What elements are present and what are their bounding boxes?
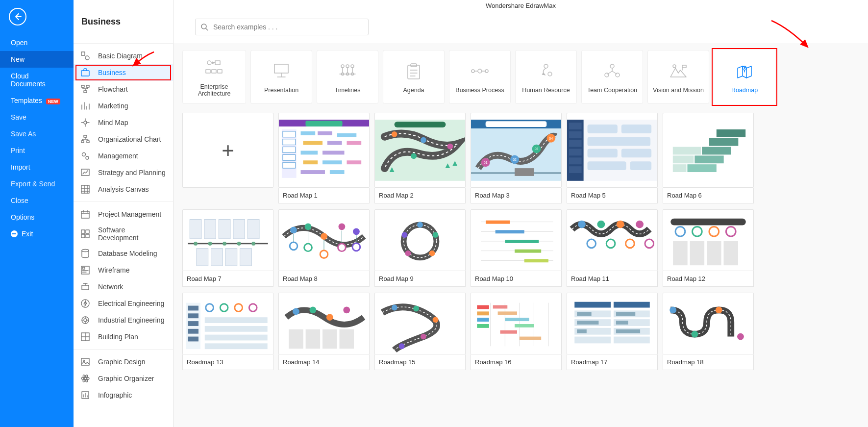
category-mind-map[interactable]: Mind Map [74, 114, 173, 131]
template-card[interactable]: Road Map 9 [374, 209, 466, 287]
svg-rect-117 [717, 129, 745, 137]
template-card[interactable]: Road Map 12 [663, 209, 754, 287]
tile-team-cooperation[interactable]: Team Cooperation [581, 50, 643, 104]
svg-point-50 [471, 70, 474, 73]
svg-rect-189 [188, 329, 198, 334]
svg-text:03: 03 [535, 148, 539, 151]
category-marketing[interactable]: Marketing [74, 98, 173, 114]
svg-rect-227 [614, 302, 650, 308]
template-thumbnail [182, 293, 273, 354]
category-business[interactable]: Business [74, 64, 173, 81]
category-electrical-engineering[interactable]: Electrical Engineering [74, 295, 173, 312]
svg-rect-126 [190, 220, 201, 239]
db-icon [80, 249, 90, 258]
template-card[interactable]: Roadmap 18 [663, 293, 754, 370]
template-card[interactable]: Roadmap 15 [374, 293, 466, 370]
template-card[interactable]: 01020304Road Map 3 [471, 113, 562, 203]
tile-vision-and-mission[interactable]: Vision and Mission [647, 50, 709, 104]
tile-presentation[interactable]: Presentation [250, 50, 312, 104]
category-software-development[interactable]: Software Development [74, 223, 173, 245]
nav-item-close[interactable]: Close [0, 192, 74, 209]
category-building-plan[interactable]: Building Plan [74, 328, 173, 345]
tile-label: Human Resource [522, 87, 570, 94]
template-card[interactable]: Roadmap 14 [278, 293, 370, 370]
category-database-modeling[interactable]: Database Modeling [74, 245, 173, 262]
template-title: Road Map 9 [374, 271, 466, 287]
svg-rect-207 [339, 329, 354, 349]
template-card[interactable]: Road Map 1 [278, 113, 370, 203]
template-card[interactable]: Road Map 5 [567, 113, 658, 203]
tile-human-resource[interactable]: Human Resource [515, 50, 577, 104]
template-card[interactable]: Roadmap 17 [567, 293, 658, 370]
nav-item-templates[interactable]: TemplatesNEW [0, 92, 74, 109]
category-management[interactable]: Management [74, 148, 173, 164]
template-title: Roadmap 14 [278, 354, 370, 370]
back-button[interactable] [9, 8, 26, 25]
nav-item-exit[interactable]: Exit [0, 226, 74, 242]
nav-item-print[interactable]: Print [0, 142, 74, 159]
category-flowchart[interactable]: Flowchart [74, 81, 173, 98]
template-card[interactable]: Road Map 2 [374, 113, 466, 203]
category-wireframe[interactable]: Wireframe [74, 262, 173, 278]
category-infographic[interactable]: Infographic [74, 387, 173, 403]
template-card[interactable]: Roadmap 13 [182, 293, 273, 370]
category-sidebar: Business Basic DiagramBusinessFlowchartM… [74, 0, 174, 427]
template-card[interactable]: Road Map 11 [567, 209, 658, 287]
svg-rect-71 [318, 131, 332, 135]
template-title: Road Map 6 [663, 188, 754, 203]
svg-rect-133 [225, 249, 237, 266]
template-title: Road Map 10 [471, 271, 562, 287]
svg-point-139 [251, 242, 255, 246]
category-graphic-design[interactable]: Graphic Design [74, 353, 173, 370]
category-graphic-organizer[interactable]: Graphic Organizer [74, 370, 173, 387]
template-thumbnail [567, 293, 658, 354]
template-thumbnail [567, 113, 658, 188]
category-project-management[interactable]: Project Management [74, 206, 173, 223]
tile-agenda[interactable]: Agenda [383, 50, 445, 104]
search-input-wrapper[interactable] [195, 19, 369, 35]
template-card[interactable]: Road Map 7 [182, 209, 273, 287]
svg-rect-220 [498, 311, 517, 315]
svg-rect-72 [337, 133, 357, 137]
template-card[interactable]: Road Map 6 [663, 113, 754, 203]
category-label: Organizational Chart [98, 135, 161, 143]
svg-point-178 [709, 226, 719, 236]
nav-item-save[interactable]: Save [0, 109, 74, 126]
svg-point-1 [85, 56, 89, 60]
nav-item-open[interactable]: Open [0, 34, 74, 51]
tile-enterprise-architecture[interactable]: Enterprise Architecture [182, 50, 246, 104]
template-thumbnail [471, 209, 562, 271]
nav-item-options[interactable]: Options [0, 209, 74, 226]
template-thumbnail [471, 293, 562, 354]
search-input[interactable] [213, 23, 363, 31]
svg-point-60 [744, 68, 745, 69]
nav-item-export-&-send[interactable]: Export & Send [0, 176, 74, 192]
svg-rect-214 [471, 293, 561, 354]
tile-roadmap[interactable]: Roadmap [714, 50, 775, 104]
svg-rect-16 [86, 230, 89, 233]
tile-business-process[interactable]: Business Process [449, 50, 511, 104]
category-strategy-and-planning[interactable]: Strategy and Planning [74, 164, 173, 181]
svg-text:01: 01 [484, 161, 488, 164]
template-card[interactable]: Road Map 8 [278, 209, 370, 287]
tile-timelines[interactable]: Timelines [317, 50, 378, 104]
svg-point-58 [673, 65, 676, 68]
template-card[interactable]: Road Map 10 [471, 209, 562, 287]
template-card[interactable]: Roadmap 16 [471, 293, 562, 370]
nav-item-save-as[interactable]: Save As [0, 126, 74, 142]
template-blank[interactable]: + [182, 113, 273, 203]
arrow-left-icon [14, 13, 22, 21]
template-grid: +Road Map 1Road Map 201020304Road Map 3R… [182, 113, 859, 370]
category-basic-diagram[interactable]: Basic Diagram [74, 48, 173, 64]
nav-item-new[interactable]: New [0, 51, 74, 68]
svg-rect-70 [301, 131, 316, 135]
nav-item-cloud-documents[interactable]: Cloud Documents [0, 68, 74, 92]
nav-item-import[interactable]: Import [0, 159, 74, 176]
svg-rect-134 [240, 249, 252, 266]
category-industrial-engineering[interactable]: Industrial Engineering [74, 312, 173, 328]
svg-point-10 [82, 153, 86, 156]
category-network[interactable]: Network [74, 278, 173, 295]
svg-rect-100 [515, 168, 534, 176]
category-analysis-canvas[interactable]: Analysis Canvas [74, 181, 173, 198]
category-organizational-chart[interactable]: Organizational Chart [74, 131, 173, 148]
